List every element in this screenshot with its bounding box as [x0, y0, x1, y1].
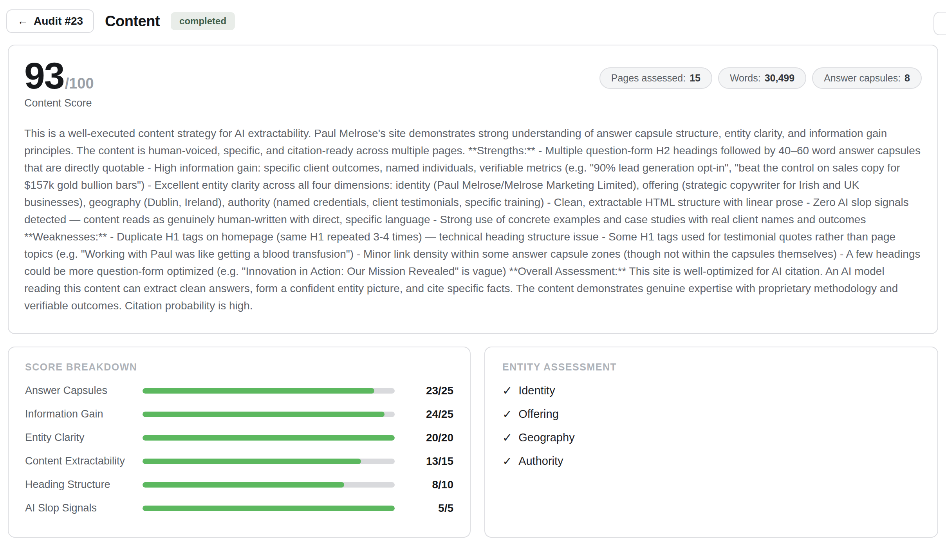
- breakdown-value: 13/15: [410, 455, 453, 468]
- page-title: Content: [105, 13, 160, 30]
- check-icon: ✓: [502, 407, 512, 421]
- check-icon: ✓: [502, 454, 512, 468]
- entity-item: ✓Identity: [502, 379, 920, 403]
- stat-pill: Words:30,499: [718, 67, 806, 89]
- content-score-card: 93 /100 Content Score Pages assessed:15W…: [8, 45, 938, 334]
- breakdown-label: Answer Capsules: [25, 385, 143, 397]
- progress-bar-track: [143, 482, 395, 488]
- breakdown-value: 8/10: [410, 479, 453, 491]
- breakdown-label: AI Slop Signals: [25, 502, 143, 514]
- progress-bar-fill: [143, 388, 374, 394]
- breakdown-label: Content Extractability: [25, 455, 143, 467]
- breakdown-label: Heading Structure: [25, 479, 143, 491]
- entity-item-label: Identity: [518, 384, 555, 397]
- progress-bar-track: [143, 388, 395, 394]
- entity-item-label: Offering: [518, 408, 559, 421]
- score-breakdown-list: Answer Capsules23/25Information Gain24/2…: [25, 379, 453, 520]
- score-breakdown-heading: SCORE BREAKDOWN: [25, 361, 453, 373]
- breakdown-row: Heading Structure8/10: [25, 473, 453, 497]
- stat-pill-value: 15: [690, 72, 700, 84]
- score-breakdown-card: SCORE BREAKDOWN Answer Capsules23/25Info…: [8, 347, 471, 538]
- breakdown-value: 24/25: [410, 408, 453, 421]
- back-button-label: Audit #23: [34, 15, 83, 27]
- top-right-partial-button[interactable]: [933, 12, 946, 35]
- entity-assessment-heading: ENTITY ASSESSMENT: [502, 361, 920, 373]
- entity-item: ✓Geography: [502, 426, 920, 450]
- breakdown-row: Answer Capsules23/25: [25, 379, 453, 403]
- progress-bar-fill: [143, 459, 361, 464]
- entity-item: ✓Authority: [502, 450, 920, 473]
- score-label: Content Score: [24, 97, 94, 109]
- assessment-summary: This is a well-executed content strategy…: [24, 125, 922, 314]
- bottom-row: SCORE BREAKDOWN Answer Capsules23/25Info…: [8, 347, 938, 538]
- stat-pill-value: 8: [904, 72, 910, 84]
- back-arrow-icon: ←: [17, 15, 28, 27]
- breakdown-label: Entity Clarity: [25, 432, 143, 444]
- score-row: 93 /100 Content Score Pages assessed:15W…: [24, 56, 922, 109]
- progress-bar-fill: [143, 506, 395, 511]
- breakdown-row: AI Slop Signals5/5: [25, 497, 453, 520]
- check-icon: ✓: [502, 384, 512, 397]
- stat-pill: Answer capsules:8: [812, 67, 922, 89]
- entity-item-label: Authority: [518, 455, 563, 468]
- progress-bar-fill: [143, 482, 344, 488]
- entity-item-label: Geography: [518, 431, 575, 444]
- stat-pill-label: Answer capsules:: [824, 72, 901, 84]
- stat-pill-label: Pages assessed:: [611, 72, 686, 84]
- entity-assessment-list: ✓Identity✓Offering✓Geography✓Authority: [502, 379, 920, 473]
- breakdown-value: 20/20: [410, 432, 453, 444]
- score-number: 93: [24, 56, 64, 96]
- check-icon: ✓: [502, 431, 512, 444]
- stats-row: Pages assessed:15Words:30,499Answer caps…: [599, 67, 922, 89]
- progress-bar-fill: [143, 412, 385, 417]
- stat-pill-value: 30,499: [765, 72, 794, 84]
- breakdown-row: Entity Clarity20/20: [25, 426, 453, 450]
- header: ← Audit #23 Content completed: [0, 0, 946, 41]
- score-block: 93 /100 Content Score: [24, 56, 94, 109]
- entity-assessment-card: ENTITY ASSESSMENT ✓Identity✓Offering✓Geo…: [484, 347, 938, 538]
- breakdown-value: 5/5: [410, 502, 453, 515]
- progress-bar-track: [143, 459, 395, 464]
- breakdown-value: 23/25: [410, 385, 453, 397]
- status-badge: completed: [171, 12, 235, 30]
- entity-item: ✓Offering: [502, 403, 920, 426]
- progress-bar-track: [143, 506, 395, 511]
- progress-bar-fill: [143, 435, 395, 441]
- stat-pill: Pages assessed:15: [599, 67, 712, 89]
- score-max: /100: [65, 75, 94, 92]
- back-button[interactable]: ← Audit #23: [6, 9, 94, 33]
- breakdown-label: Information Gain: [25, 408, 143, 420]
- progress-bar-track: [143, 412, 395, 417]
- stat-pill-label: Words:: [730, 72, 761, 84]
- progress-bar-track: [143, 435, 395, 441]
- breakdown-row: Information Gain24/25: [25, 403, 453, 426]
- breakdown-row: Content Extractability13/15: [25, 450, 453, 473]
